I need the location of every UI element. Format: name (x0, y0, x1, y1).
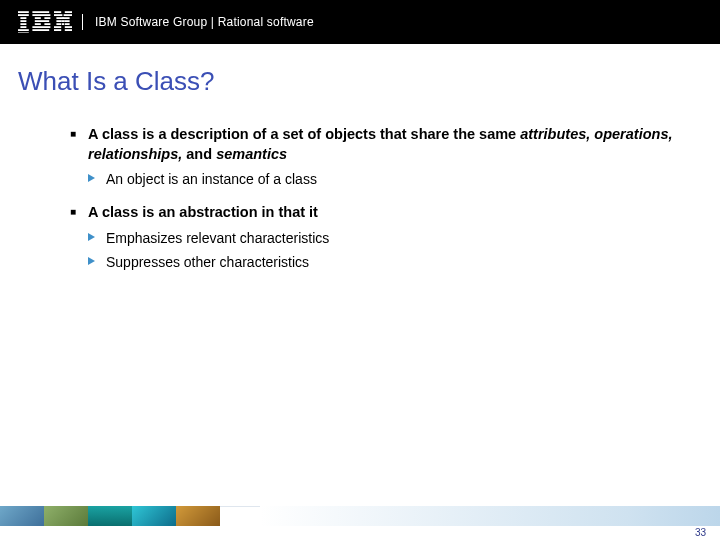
svg-rect-3 (20, 20, 26, 22)
svg-rect-6 (18, 29, 29, 31)
footer-tile (132, 506, 176, 526)
svg-rect-31 (54, 29, 61, 31)
footer-tile (88, 506, 132, 526)
svg-rect-18 (65, 11, 72, 13)
footer-image-strip (0, 506, 260, 526)
svg-rect-0 (18, 11, 29, 13)
svg-rect-17 (54, 11, 61, 13)
footer-tile (0, 506, 44, 526)
bullet1-and: and (182, 146, 216, 162)
svg-rect-2 (20, 17, 26, 19)
header-bar: IBM Software Group | Rational software (0, 0, 720, 44)
svg-rect-29 (54, 26, 61, 28)
svg-rect-28 (65, 23, 70, 25)
bullet1-italic-2: semantics (216, 146, 287, 162)
svg-rect-32 (65, 29, 72, 31)
svg-rect-9 (32, 14, 50, 16)
svg-rect-27 (62, 23, 64, 25)
bullet1-lead: A class is a description of a set of obj… (88, 126, 520, 142)
slide-footer: 33 (0, 506, 720, 540)
footer-tile (176, 506, 220, 526)
header-divider (82, 14, 83, 30)
bullet-level1: A class is a description of a set of obj… (70, 125, 690, 164)
svg-rect-19 (54, 14, 62, 16)
svg-rect-11 (44, 17, 50, 19)
svg-rect-14 (44, 23, 50, 25)
page-number: 33 (695, 527, 706, 538)
slide-content: A class is a description of a set of obj… (0, 97, 720, 272)
svg-rect-7 (18, 32, 29, 33)
svg-rect-10 (35, 17, 41, 19)
svg-rect-23 (56, 20, 61, 22)
svg-rect-15 (32, 26, 50, 28)
svg-rect-12 (35, 20, 49, 22)
svg-rect-4 (20, 23, 26, 25)
svg-rect-5 (20, 26, 26, 28)
svg-rect-22 (62, 17, 69, 19)
footer-tile (44, 506, 88, 526)
svg-rect-30 (65, 26, 72, 28)
svg-rect-26 (56, 23, 61, 25)
bullet-level2: An object is an instance of a class (88, 170, 690, 189)
bullet-level2: Suppresses other characteristics (88, 253, 690, 272)
slide-title: What Is a Class? (0, 44, 720, 97)
svg-rect-20 (64, 14, 72, 16)
svg-rect-16 (32, 29, 49, 31)
svg-rect-1 (18, 14, 29, 16)
bullet-level1: A class is an abstraction in that it (70, 203, 690, 223)
svg-rect-24 (61, 20, 65, 22)
slide: IBM Software Group | Rational software W… (0, 0, 720, 540)
bullet-level2: Emphasizes relevant characteristics (88, 229, 690, 248)
footer-gradient (260, 506, 720, 526)
svg-rect-13 (35, 23, 41, 25)
ibm-logo (18, 11, 72, 33)
header-text: IBM Software Group | Rational software (95, 15, 314, 29)
svg-rect-8 (32, 11, 49, 13)
svg-rect-25 (65, 20, 70, 22)
